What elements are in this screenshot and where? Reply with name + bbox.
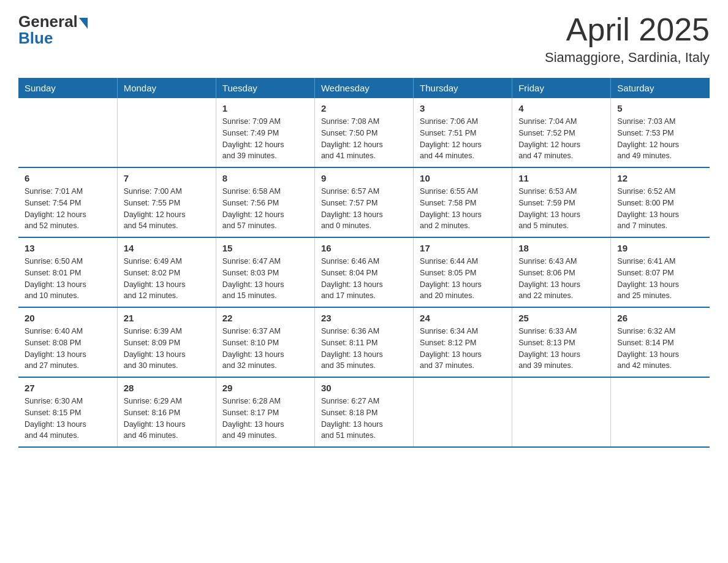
day-info: Sunrise: 6:46 AM Sunset: 8:04 PM Dayligh… [321, 256, 407, 302]
day-number: 25 [518, 313, 604, 323]
calendar-cell: 19Sunrise: 6:41 AM Sunset: 8:07 PM Dayli… [611, 237, 710, 307]
day-number: 8 [222, 173, 308, 183]
calendar-cell [117, 98, 216, 167]
calendar-cell: 5Sunrise: 7:03 AM Sunset: 7:53 PM Daylig… [611, 98, 710, 167]
day-number: 29 [222, 383, 308, 393]
day-number: 9 [321, 173, 407, 183]
day-info: Sunrise: 6:33 AM Sunset: 8:13 PM Dayligh… [518, 326, 604, 372]
calendar-subtitle: Siamaggiore, Sardinia, Italy [545, 50, 710, 66]
calendar-cell: 22Sunrise: 6:37 AM Sunset: 8:10 PM Dayli… [216, 307, 314, 377]
calendar-header-row: SundayMondayTuesdayWednesdayThursdayFrid… [18, 78, 710, 98]
calendar-week-row: 13Sunrise: 6:50 AM Sunset: 8:01 PM Dayli… [18, 237, 710, 307]
day-info: Sunrise: 6:27 AM Sunset: 8:18 PM Dayligh… [321, 396, 407, 442]
logo: General Blue [18, 12, 88, 48]
day-info: Sunrise: 6:29 AM Sunset: 8:16 PM Dayligh… [124, 396, 210, 442]
day-info: Sunrise: 7:06 AM Sunset: 7:51 PM Dayligh… [420, 116, 506, 162]
day-info: Sunrise: 6:40 AM Sunset: 8:08 PM Dayligh… [25, 326, 111, 372]
day-number: 12 [617, 173, 703, 183]
calendar-cell: 29Sunrise: 6:28 AM Sunset: 8:17 PM Dayli… [216, 377, 314, 447]
calendar-cell: 3Sunrise: 7:06 AM Sunset: 7:51 PM Daylig… [414, 98, 512, 167]
day-number: 22 [222, 313, 308, 323]
day-number: 13 [25, 243, 111, 253]
day-number: 26 [617, 313, 703, 323]
calendar-cell: 10Sunrise: 6:55 AM Sunset: 7:58 PM Dayli… [414, 167, 512, 237]
calendar-cell: 25Sunrise: 6:33 AM Sunset: 8:13 PM Dayli… [512, 307, 611, 377]
calendar-week-row: 1Sunrise: 7:09 AM Sunset: 7:49 PM Daylig… [18, 98, 710, 167]
day-number: 24 [420, 313, 506, 323]
calendar-cell: 30Sunrise: 6:27 AM Sunset: 8:18 PM Dayli… [314, 377, 413, 447]
calendar-cell: 13Sunrise: 6:50 AM Sunset: 8:01 PM Dayli… [18, 237, 117, 307]
day-header-wednesday: Wednesday [314, 78, 413, 98]
logo-arrow-icon [79, 18, 88, 29]
day-info: Sunrise: 7:00 AM Sunset: 7:55 PM Dayligh… [124, 186, 210, 232]
day-header-sunday: Sunday [18, 78, 117, 98]
calendar-cell: 11Sunrise: 6:53 AM Sunset: 7:59 PM Dayli… [512, 167, 611, 237]
day-header-friday: Friday [512, 78, 611, 98]
calendar-cell: 7Sunrise: 7:00 AM Sunset: 7:55 PM Daylig… [117, 167, 216, 237]
calendar-cell: 6Sunrise: 7:01 AM Sunset: 7:54 PM Daylig… [18, 167, 117, 237]
day-number: 10 [420, 173, 506, 183]
day-number: 28 [124, 383, 210, 393]
calendar-cell: 16Sunrise: 6:46 AM Sunset: 8:04 PM Dayli… [314, 237, 413, 307]
page-header: General Blue April 2025 Siamaggiore, Sar… [18, 12, 710, 66]
day-number: 6 [25, 173, 111, 183]
day-info: Sunrise: 6:50 AM Sunset: 8:01 PM Dayligh… [25, 256, 111, 302]
day-info: Sunrise: 6:55 AM Sunset: 7:58 PM Dayligh… [420, 186, 506, 232]
calendar-week-row: 20Sunrise: 6:40 AM Sunset: 8:08 PM Dayli… [18, 307, 710, 377]
day-info: Sunrise: 6:41 AM Sunset: 8:07 PM Dayligh… [617, 256, 703, 302]
day-info: Sunrise: 7:08 AM Sunset: 7:50 PM Dayligh… [321, 116, 407, 162]
day-info: Sunrise: 7:03 AM Sunset: 7:53 PM Dayligh… [617, 116, 703, 162]
day-info: Sunrise: 6:36 AM Sunset: 8:11 PM Dayligh… [321, 326, 407, 372]
day-info: Sunrise: 6:43 AM Sunset: 8:06 PM Dayligh… [518, 256, 604, 302]
calendar-cell: 17Sunrise: 6:44 AM Sunset: 8:05 PM Dayli… [414, 237, 512, 307]
calendar-cell: 28Sunrise: 6:29 AM Sunset: 8:16 PM Dayli… [117, 377, 216, 447]
day-number: 27 [25, 383, 111, 393]
calendar-cell: 18Sunrise: 6:43 AM Sunset: 8:06 PM Dayli… [512, 237, 611, 307]
day-number: 17 [420, 243, 506, 253]
calendar-cell: 21Sunrise: 6:39 AM Sunset: 8:09 PM Dayli… [117, 307, 216, 377]
day-number: 15 [222, 243, 308, 253]
calendar-cell: 8Sunrise: 6:58 AM Sunset: 7:56 PM Daylig… [216, 167, 314, 237]
day-info: Sunrise: 6:28 AM Sunset: 8:17 PM Dayligh… [222, 396, 308, 442]
day-number: 1 [222, 103, 308, 113]
day-number: 4 [518, 103, 604, 113]
day-number: 5 [617, 103, 703, 113]
day-info: Sunrise: 6:37 AM Sunset: 8:10 PM Dayligh… [222, 326, 308, 372]
day-number: 2 [321, 103, 407, 113]
day-number: 21 [124, 313, 210, 323]
day-info: Sunrise: 6:53 AM Sunset: 7:59 PM Dayligh… [518, 186, 604, 232]
calendar-cell: 15Sunrise: 6:47 AM Sunset: 8:03 PM Dayli… [216, 237, 314, 307]
day-info: Sunrise: 7:01 AM Sunset: 7:54 PM Dayligh… [25, 186, 111, 232]
day-number: 23 [321, 313, 407, 323]
calendar-cell: 24Sunrise: 6:34 AM Sunset: 8:12 PM Dayli… [414, 307, 512, 377]
day-header-tuesday: Tuesday [216, 78, 314, 98]
day-info: Sunrise: 6:32 AM Sunset: 8:14 PM Dayligh… [617, 326, 703, 372]
calendar-cell [611, 377, 710, 447]
day-info: Sunrise: 6:47 AM Sunset: 8:03 PM Dayligh… [222, 256, 308, 302]
day-info: Sunrise: 6:34 AM Sunset: 8:12 PM Dayligh… [420, 326, 506, 372]
calendar-cell: 27Sunrise: 6:30 AM Sunset: 8:15 PM Dayli… [18, 377, 117, 447]
calendar-table: SundayMondayTuesdayWednesdayThursdayFrid… [18, 78, 710, 448]
calendar-cell: 9Sunrise: 6:57 AM Sunset: 7:57 PM Daylig… [314, 167, 413, 237]
day-header-monday: Monday [117, 78, 216, 98]
calendar-cell [512, 377, 611, 447]
day-info: Sunrise: 6:57 AM Sunset: 7:57 PM Dayligh… [321, 186, 407, 232]
calendar-cell: 14Sunrise: 6:49 AM Sunset: 8:02 PM Dayli… [117, 237, 216, 307]
day-header-saturday: Saturday [611, 78, 710, 98]
day-info: Sunrise: 6:49 AM Sunset: 8:02 PM Dayligh… [124, 256, 210, 302]
day-number: 3 [420, 103, 506, 113]
day-number: 7 [124, 173, 210, 183]
day-info: Sunrise: 6:52 AM Sunset: 8:00 PM Dayligh… [617, 186, 703, 232]
day-header-thursday: Thursday [414, 78, 512, 98]
calendar-cell: 20Sunrise: 6:40 AM Sunset: 8:08 PM Dayli… [18, 307, 117, 377]
calendar-cell: 23Sunrise: 6:36 AM Sunset: 8:11 PM Dayli… [314, 307, 413, 377]
day-info: Sunrise: 6:30 AM Sunset: 8:15 PM Dayligh… [25, 396, 111, 442]
calendar-cell [18, 98, 117, 167]
day-info: Sunrise: 6:39 AM Sunset: 8:09 PM Dayligh… [124, 326, 210, 372]
day-number: 20 [25, 313, 111, 323]
calendar-cell: 1Sunrise: 7:09 AM Sunset: 7:49 PM Daylig… [216, 98, 314, 167]
calendar-title: April 2025 [545, 12, 710, 47]
day-number: 16 [321, 243, 407, 253]
day-info: Sunrise: 6:44 AM Sunset: 8:05 PM Dayligh… [420, 256, 506, 302]
day-info: Sunrise: 6:58 AM Sunset: 7:56 PM Dayligh… [222, 186, 308, 232]
